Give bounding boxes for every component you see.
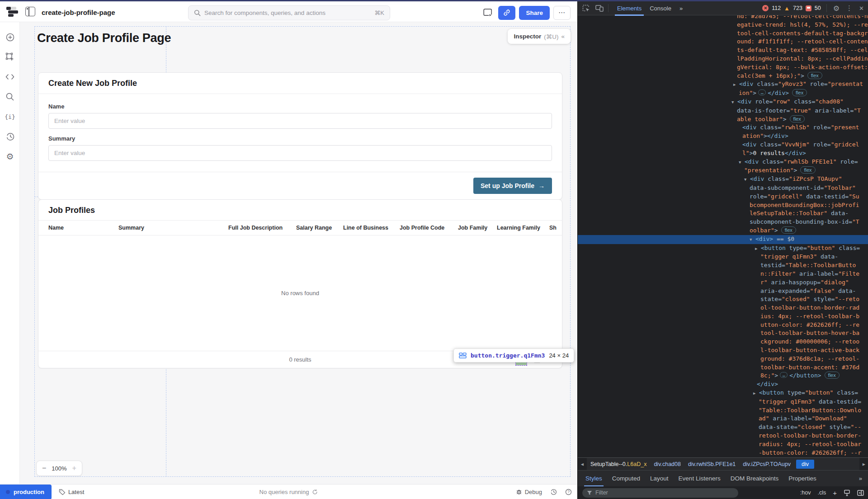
column-header[interactable]: Salary Range bbox=[296, 225, 343, 231]
state-icon[interactable]: {i} bbox=[5, 112, 15, 122]
setup-job-profile-button[interactable]: Set up Job Profile → bbox=[473, 178, 552, 194]
dom-tree-line[interactable]: ▼<div> == $0 bbox=[578, 235, 868, 244]
dom-tree-line[interactable]: toolbar-button-accent: #376d bbox=[578, 363, 868, 372]
panel-tab-layout[interactable]: Layout bbox=[645, 471, 674, 487]
flex-badge[interactable]: flex bbox=[825, 372, 840, 379]
more-menu-button[interactable]: ⋯ bbox=[553, 6, 571, 20]
column-header[interactable]: Job Family bbox=[458, 225, 497, 231]
panel-tabs-overflow-chevron[interactable]: » bbox=[859, 475, 866, 482]
sync-icon[interactable] bbox=[312, 489, 318, 495]
add-component-icon[interactable] bbox=[5, 32, 15, 42]
dom-tree-line[interactable]: ol-toolbar-button-border-rad bbox=[578, 304, 868, 312]
dom-tree-line[interactable]: r" aria-haspopup="dialog" bbox=[578, 278, 868, 287]
dom-tree-line[interactable]: retool-toolbar-button-border- bbox=[578, 432, 868, 440]
dom-tree-line[interactable]: gVertical: 8px; --bulk-action-offset: bbox=[578, 63, 868, 72]
dom-tree-line[interactable]: ▶<button type="button" class= bbox=[578, 244, 868, 253]
devtools-menu-icon[interactable]: ⋮ bbox=[846, 4, 853, 12]
breadcrumb-item[interactable]: div bbox=[796, 460, 814, 469]
flex-badge[interactable]: flex bbox=[790, 115, 805, 122]
flex-badge[interactable]: flex bbox=[807, 72, 822, 79]
dom-tree-line[interactable]: ius: 4px; --retool-toolbar-b bbox=[578, 312, 868, 321]
expand-inline-button[interactable]: … bbox=[780, 372, 788, 378]
dom-tree-line[interactable]: ion">…</div>flex bbox=[578, 89, 868, 98]
flex-badge[interactable]: flex bbox=[781, 226, 796, 234]
zoom-in-button[interactable]: + bbox=[72, 464, 76, 472]
column-header[interactable]: Learning Family bbox=[497, 225, 549, 231]
dom-tree-line[interactable]: subcomponent-bounding-box-id="T bbox=[578, 218, 868, 226]
dom-tree-line[interactable]: ound: #f1f1f1ff; --retool-cell-conten bbox=[578, 38, 868, 46]
preview-app-button[interactable] bbox=[481, 6, 495, 19]
dom-tree-line[interactable]: utton-color: #262626ff; --re bbox=[578, 321, 868, 330]
dom-tree-line[interactable]: ckground: #00000006; --retoo bbox=[578, 338, 868, 346]
summary-field[interactable]: Enter value bbox=[48, 145, 552, 161]
tab-console[interactable]: Console bbox=[646, 1, 675, 15]
column-header[interactable]: Full Job Description bbox=[228, 225, 296, 231]
dom-tree-line[interactable]: "trigger q1Fmn3" data- bbox=[578, 253, 868, 261]
dom-tree-line[interactable]: </div> bbox=[578, 380, 868, 389]
issues-count[interactable]: 50 bbox=[815, 5, 821, 11]
dom-tree-line[interactable]: leSetupTable::Toolbar" data- bbox=[578, 209, 868, 218]
column-header[interactable]: Line of Business bbox=[343, 225, 400, 231]
toggle-classes[interactable]: .cls bbox=[817, 490, 826, 496]
inspect-element-icon[interactable] bbox=[582, 5, 590, 12]
dom-tree-line[interactable]: ad" aria-label="Download" bbox=[578, 414, 868, 423]
dom-tree-line[interactable]: ation"></div> bbox=[578, 132, 868, 141]
help-icon[interactable]: ? bbox=[565, 489, 572, 495]
dom-tree-line[interactable]: data-state="closed" style="-- bbox=[578, 423, 868, 432]
dom-tree-line[interactable]: calc(3em + 16px);">flex bbox=[578, 72, 868, 80]
warning-count[interactable]: 723 bbox=[793, 5, 802, 11]
share-button[interactable]: Share bbox=[519, 6, 550, 20]
dom-tree-line[interactable]: testid="Table::ToolbarButto bbox=[578, 261, 868, 270]
dom-tree-line[interactable]: <div class="rwhlSb" role="present bbox=[578, 123, 868, 132]
dom-tree-line[interactable]: ▼<div role="row" class="chad08" bbox=[578, 98, 868, 107]
code-icon[interactable] bbox=[5, 72, 15, 82]
panel-tab-styles[interactable]: Styles bbox=[580, 471, 607, 487]
dom-tree-line[interactable]: <div class="VvvNjm" role="gridcel bbox=[578, 141, 868, 149]
dom-tree-line[interactable]: data-is-footer="true" aria-label="T bbox=[578, 107, 868, 115]
panel-toggle-icon[interactable] bbox=[25, 7, 35, 16]
environment-selector[interactable]: production bbox=[0, 485, 52, 499]
dom-tree-line[interactable]: egative-trend: hsl(4, 57%, 52%); --re bbox=[578, 21, 868, 29]
dom-tree-line[interactable]: role="gridcell" data-testid="Su bbox=[578, 193, 868, 201]
flex-badge[interactable]: flex bbox=[800, 166, 815, 174]
panel-tab-event-listeners[interactable]: Event Listeners bbox=[674, 471, 726, 487]
dom-tree-line[interactable]: state="closed" style="--reto bbox=[578, 295, 868, 304]
dom-tree-line[interactable]: ts-default-tag-text: #585858ff; --cel bbox=[578, 46, 868, 55]
flex-badge[interactable]: flex bbox=[792, 89, 807, 96]
toggle-hover-state[interactable]: :hov bbox=[800, 490, 811, 496]
breadcrumb-back-arrow[interactable]: ◂ bbox=[578, 458, 587, 471]
device-toolbar-icon[interactable] bbox=[595, 5, 604, 12]
dom-tree-line[interactable]: "presentation">flex bbox=[578, 166, 868, 175]
tab-elements[interactable]: Elements bbox=[613, 1, 646, 15]
devtools-settings-icon[interactable]: ⚙ bbox=[833, 4, 840, 13]
history-icon[interactable] bbox=[5, 132, 15, 141]
dom-tree-line[interactable]: l-toolbar-button-active-back bbox=[578, 346, 868, 355]
dom-tree-line[interactable]: "Table::ToolbarButton::Downlo bbox=[578, 406, 868, 415]
select-tool-icon[interactable] bbox=[5, 52, 15, 62]
styles-filter-input[interactable]: Filter bbox=[582, 488, 738, 498]
error-count[interactable]: 112 bbox=[772, 5, 781, 11]
column-header[interactable]: Summary bbox=[118, 225, 228, 231]
app-canvas[interactable]: Create Job Profile Page Inspector (⌘U) «… bbox=[20, 22, 577, 484]
name-field[interactable]: Enter value bbox=[48, 113, 552, 129]
dom-tree-line[interactable]: radius: 4px; --retool-toolbar bbox=[578, 440, 868, 449]
dom-tree-line[interactable]: nd: #28d745; --retool-cell-contents-n bbox=[578, 15, 868, 21]
dom-tree-line[interactable]: oolbar">flex bbox=[578, 226, 868, 235]
zoom-level[interactable]: 100% bbox=[52, 465, 66, 472]
retool-logo-icon[interactable] bbox=[6, 6, 18, 17]
dom-tree-line[interactable]: ▶<button type="button" class= bbox=[578, 389, 868, 398]
panel-tab-properties[interactable]: Properties bbox=[783, 471, 821, 487]
panel-tab-dom-breakpoints[interactable]: DOM Breakpoints bbox=[726, 471, 784, 487]
dom-tree-line[interactable]: data-subcomponent-id="Toolbar" bbox=[578, 184, 868, 193]
debug-button[interactable]: Debug bbox=[516, 489, 542, 495]
devtools-close-icon[interactable]: ✕ bbox=[859, 5, 864, 12]
new-style-rule-button[interactable]: + bbox=[833, 489, 837, 497]
dom-tree-line[interactable]: ▶<div class="yRovz3" role="presentat bbox=[578, 80, 868, 89]
expand-inline-button[interactable]: … bbox=[758, 89, 766, 95]
omni-search-input[interactable]: Search for components, queries, and acti… bbox=[188, 5, 390, 20]
breadcrumb-item[interactable]: SetupTable--0.L6aD_x bbox=[587, 459, 650, 469]
dom-tree-line[interactable]: tool-cell-contents-default-tag-backgr bbox=[578, 29, 868, 38]
dom-tree-line[interactable]: aria-expanded="false" data- bbox=[578, 287, 868, 296]
dom-tree-line[interactable]: able toolbar">flex bbox=[578, 115, 868, 124]
inspector-toggle[interactable]: Inspector (⌘U) « bbox=[508, 29, 571, 44]
